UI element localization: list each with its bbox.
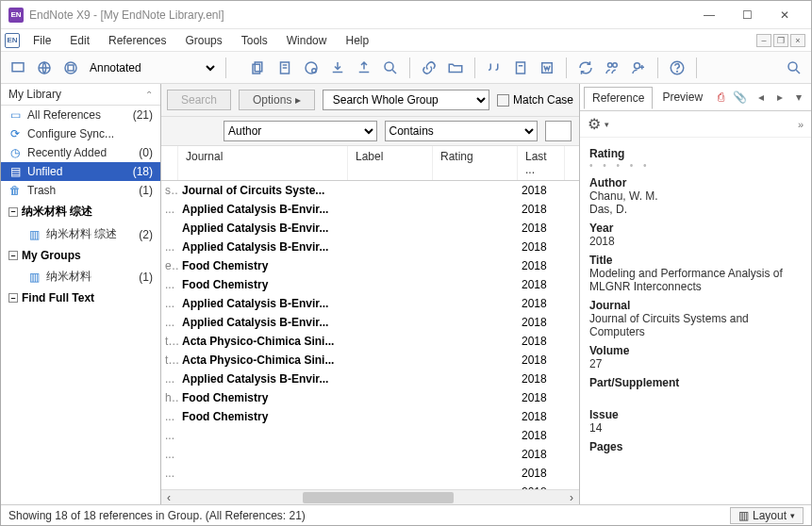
scroll-right-icon[interactable]: ›	[564, 490, 579, 505]
menu-references[interactable]: References	[99, 30, 175, 51]
open-file-icon[interactable]	[444, 57, 467, 79]
gear-dropdown-icon[interactable]: ▾	[605, 120, 609, 129]
search-scope-select[interactable]: Search Whole Group	[323, 90, 489, 110]
share-icon[interactable]	[601, 57, 623, 79]
scroll-left-icon[interactable]: ‹	[161, 490, 176, 505]
pages-label: Pages	[589, 440, 802, 453]
menu-window[interactable]: Window	[277, 30, 337, 51]
prev-icon[interactable]: ◂	[753, 89, 770, 106]
sync-icon[interactable]	[574, 57, 597, 79]
sidebar-group-child[interactable]: ▥纳米材料(1)	[1, 266, 160, 288]
online-search-db-icon[interactable]	[300, 57, 323, 79]
table-row[interactable]: ...Applied Catalysis B-Envir...2018	[161, 313, 579, 332]
sidebar-item-recent[interactable]: ◷Recently Added(0)	[1, 143, 160, 162]
sidebar-group[interactable]: –纳米材料 综述	[1, 200, 160, 223]
export-icon[interactable]	[353, 57, 375, 79]
expand-icon[interactable]: –	[8, 293, 18, 303]
table-row[interactable]: ...Food Chemistry2018	[161, 407, 579, 426]
sidebar-item-trash[interactable]: 🗑Trash(1)	[1, 181, 160, 200]
menu-tools[interactable]: Tools	[232, 30, 277, 51]
table-row[interactable]: ...2018	[161, 426, 579, 445]
pdf-icon[interactable]: ⎙	[712, 89, 729, 106]
endnote-online-icon[interactable]	[627, 57, 650, 79]
minimize-button[interactable]: —	[690, 2, 728, 28]
table-row[interactable]: e...Food Chemistry2018	[161, 256, 579, 275]
mdi-restore-icon[interactable]: ❐	[773, 34, 788, 47]
search-button[interactable]: Search	[167, 90, 231, 110]
table-row[interactable]: ...Applied Catalysis B-Envir...2018	[161, 370, 579, 388]
table-row[interactable]: ...Applied Catalysis B-Envir...2018	[161, 294, 579, 313]
tab-preview[interactable]: Preview	[655, 87, 710, 107]
volume-value[interactable]: 27	[589, 357, 802, 370]
menu-help[interactable]: Help	[336, 30, 378, 51]
tab-reference[interactable]: Reference	[584, 87, 653, 109]
table-row[interactable]: t...Acta Physico-Chimica Sini...2018	[161, 332, 579, 351]
author-value-1[interactable]: Chanu, W. M.	[589, 189, 802, 203]
author-value-2[interactable]: Das, D.	[589, 203, 802, 216]
references-table[interactable]: Journal Label Rating Last ... s...Journa…	[161, 146, 579, 489]
year-value[interactable]: 2018	[589, 235, 802, 248]
output-style-select[interactable]: Annotated	[86, 58, 218, 78]
mdi-minimize-icon[interactable]: –	[756, 34, 771, 47]
table-row[interactable]: ...2018	[161, 464, 579, 483]
menu-file[interactable]: File	[24, 30, 60, 51]
layout-button[interactable]: ▥ Layout ▾	[730, 507, 804, 524]
table-header[interactable]: Journal Label Rating Last ...	[161, 146, 579, 181]
title-value[interactable]: Modeling and Performance Analysis of MLG…	[589, 267, 802, 293]
insert-citation-icon[interactable]	[483, 57, 505, 79]
maximize-button[interactable]: ☐	[728, 2, 766, 28]
cell-last: 2018	[518, 371, 565, 386]
import-icon[interactable]	[326, 57, 349, 79]
table-row[interactable]: t...Acta Physico-Chimica Sini...2018	[161, 351, 579, 370]
field-select[interactable]: Author	[224, 121, 377, 141]
menu-groups[interactable]: Groups	[175, 30, 231, 51]
open-link-icon[interactable]	[418, 57, 440, 79]
search-value-input[interactable]	[545, 121, 572, 141]
table-row[interactable]: h...Food Chemistry2018	[161, 388, 579, 407]
sidebar-item-unfiled[interactable]: ▤Unfiled(18)	[1, 162, 160, 181]
online-search-icon[interactable]	[33, 57, 56, 79]
local-library-icon[interactable]	[7, 57, 29, 79]
table-row[interactable]: ...Food Chemistry2018	[161, 275, 579, 294]
horizontal-scrollbar[interactable]: ‹ ›	[161, 489, 579, 504]
quick-search-icon[interactable]	[783, 57, 805, 79]
find-full-text-icon[interactable]	[379, 57, 402, 79]
gear-icon[interactable]: ⚙	[588, 115, 601, 133]
expand-icon[interactable]: –	[8, 251, 18, 260]
copy-icon[interactable]	[247, 57, 270, 79]
sidebar-group-child[interactable]: ▥纳米材料 综述(2)	[1, 223, 160, 245]
menu-edit[interactable]: Edit	[60, 30, 99, 51]
table-row[interactable]: ...2018	[161, 445, 579, 464]
expand-icon[interactable]: –	[8, 207, 18, 217]
scroll-thumb[interactable]	[303, 492, 454, 503]
attachment-icon[interactable]: 📎	[731, 89, 748, 106]
go-to-word-icon[interactable]	[536, 57, 558, 79]
journal-value[interactable]: Journal of Circuits Systems and Computer…	[589, 312, 802, 338]
table-row[interactable]: Applied Catalysis B-Envir...2018	[161, 219, 579, 238]
match-case-checkbox[interactable]: Match Case	[497, 93, 573, 107]
panel-menu-icon[interactable]: ▾	[790, 89, 807, 106]
sidebar-item-sync[interactable]: ⟳Configure Sync...	[1, 124, 160, 143]
collapse-icon[interactable]: ⌃	[145, 90, 153, 100]
options-button[interactable]: Options ▸	[239, 90, 315, 110]
table-row[interactable]: ...Applied Catalysis B-Envir...2018	[161, 238, 579, 256]
new-reference-icon[interactable]	[273, 57, 296, 79]
mdi-close-icon[interactable]: ×	[790, 34, 805, 47]
help-icon[interactable]	[666, 57, 688, 79]
rating-value[interactable]: • • • • •	[589, 160, 802, 171]
part-value[interactable]	[589, 389, 802, 403]
table-row[interactable]: ...Applied Catalysis B-Envir...2018	[161, 200, 579, 219]
operator-select[interactable]: Contains	[385, 121, 539, 141]
sidebar-item-all[interactable]: ▭All References(21)	[1, 106, 160, 124]
table-row[interactable]: s...Journal of Circuits Syste...2018	[161, 181, 579, 200]
sidebar-group[interactable]: –Find Full Text	[1, 288, 160, 308]
format-bibliography-icon[interactable]	[509, 57, 532, 79]
sidebar-group[interactable]: –My Groups	[1, 245, 160, 266]
next-icon[interactable]: ▸	[771, 89, 788, 106]
table-row[interactable]: ...2018	[161, 483, 579, 489]
close-button[interactable]: ✕	[766, 2, 804, 28]
cell-last: 2018	[518, 315, 565, 330]
issue-value[interactable]: 14	[589, 421, 802, 435]
expand-icon[interactable]: »	[798, 119, 804, 130]
integrated-mode-icon[interactable]	[59, 57, 82, 79]
